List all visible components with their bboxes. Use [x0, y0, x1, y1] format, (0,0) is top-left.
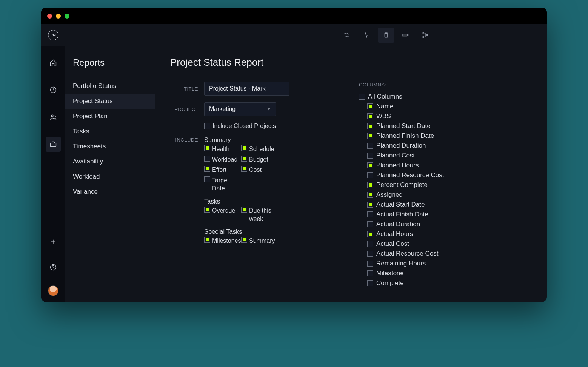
battery-icon[interactable] [397, 28, 414, 43]
include-option-summary[interactable]: Summary [241, 237, 277, 245]
column-label: Assigned [376, 191, 403, 199]
window-maximize-button[interactable] [65, 14, 69, 19]
chevron-down-icon: ▼ [267, 107, 271, 111]
include-option-due-this-week[interactable]: Due this week [241, 207, 277, 223]
checkbox-icon [367, 192, 373, 198]
include-option-budget[interactable]: Budget [241, 156, 277, 164]
include-option-label: Due this week [249, 207, 277, 223]
include-option-label: Budget [249, 156, 268, 164]
column-planned-hours[interactable]: Planned Hours [359, 162, 444, 169]
add-icon[interactable] [46, 234, 61, 249]
include-option-cost[interactable]: Cost [241, 166, 277, 174]
column-actual-finish-date[interactable]: Actual Finish Date [359, 211, 444, 218]
clock-icon[interactable] [46, 82, 61, 97]
checkbox-icon [367, 280, 373, 286]
column-actual-cost[interactable]: Actual Cost [359, 240, 444, 248]
tree-icon[interactable] [417, 28, 434, 43]
briefcase-icon[interactable] [46, 137, 61, 152]
column-actual-duration[interactable]: Actual Duration [359, 221, 444, 228]
include-option-schedule[interactable]: Schedule [241, 145, 277, 153]
include-closed-checkbox[interactable]: Include Closed Projects [204, 123, 276, 130]
main-content: Project Status Report TITLE: PROJECT: Ma… [155, 46, 547, 302]
report-title-input[interactable] [204, 82, 289, 96]
column-label: Planned Start Date [376, 122, 431, 130]
include-label: INCLUDE: [170, 136, 200, 143]
project-select[interactable]: Marketing ▼ [204, 102, 276, 116]
column-label: All Columns [368, 93, 402, 100]
checkbox-icon [367, 241, 373, 247]
column-planned-resource-cost[interactable]: Planned Resource Cost [359, 171, 444, 179]
column-planned-start-date[interactable]: Planned Start Date [359, 122, 444, 130]
column-label: Planned Finish Date [376, 132, 434, 140]
sidebar-item-workload[interactable]: Workload [65, 169, 155, 184]
column-label: Percent Complete [376, 181, 428, 189]
column-assigned[interactable]: Assigned [359, 191, 444, 199]
brand: PM [41, 30, 65, 40]
include-option-label: Workload [212, 156, 237, 164]
column-label: Complete [376, 279, 404, 287]
column-planned-cost[interactable]: Planned Cost [359, 152, 444, 159]
svg-rect-3 [402, 34, 407, 36]
sidebar-item-variance[interactable]: Variance [65, 184, 155, 199]
clipboard-icon[interactable] [378, 28, 394, 43]
page-title: Project Status Report [170, 57, 532, 68]
sidebar-item-tasks[interactable]: Tasks [65, 124, 155, 139]
include-option-label: Schedule [249, 145, 274, 153]
column-percent-complete[interactable]: Percent Complete [359, 181, 444, 189]
user-avatar[interactable] [48, 285, 58, 296]
help-icon[interactable] [46, 260, 61, 275]
team-icon[interactable] [46, 109, 61, 125]
project-select-value: Marketing [209, 106, 236, 113]
column-remaining-hours[interactable]: Remaining Hours [359, 260, 444, 267]
checkbox-icon [204, 207, 210, 213]
include-option-target-date[interactable]: Target Date [204, 176, 240, 193]
column-label: Planned Cost [376, 152, 415, 159]
column-name[interactable]: Name [359, 103, 444, 110]
checkbox-icon [367, 231, 373, 237]
column-planned-duration[interactable]: Planned Duration [359, 142, 444, 150]
include-special-head: Special Tasks: [204, 228, 321, 235]
column-complete[interactable]: Complete [359, 279, 444, 287]
include-option-effort[interactable]: Effort [204, 166, 240, 174]
window-close-button[interactable] [47, 14, 52, 19]
sidebar-item-project-plan[interactable]: Project Plan [65, 109, 155, 124]
checkbox-icon [367, 261, 373, 267]
column-actual-hours[interactable]: Actual Hours [359, 230, 444, 238]
checkbox-icon [367, 143, 373, 149]
include-option-label: Milestones [212, 237, 241, 245]
checkbox-icon [204, 166, 210, 172]
column-all-columns[interactable]: All Columns [359, 93, 444, 100]
column-label: Milestone [376, 270, 404, 277]
svg-rect-11 [51, 143, 56, 147]
include-option-milestones[interactable]: Milestones [204, 237, 240, 245]
app-window: PM [41, 8, 547, 302]
column-label: Planned Hours [376, 162, 419, 169]
column-actual-resource-cost[interactable]: Actual Resource Cost [359, 250, 444, 258]
reports-title: Reports [65, 57, 155, 79]
sidebar-item-availability[interactable]: Availability [65, 154, 155, 169]
svg-rect-6 [423, 36, 424, 37]
checkbox-icon [367, 270, 373, 276]
column-planned-finish-date[interactable]: Planned Finish Date [359, 132, 444, 140]
include-summary-grid: HealthScheduleWorkloadBudgetEffortCostTa… [204, 145, 321, 193]
svg-point-0 [345, 33, 348, 36]
sidebar-item-project-status[interactable]: Project Status [65, 94, 155, 109]
top-toolbar: PM [41, 24, 547, 46]
column-actual-start-date[interactable]: Actual Start Date [359, 201, 444, 208]
brand-logo[interactable]: PM [48, 30, 58, 40]
home-icon[interactable] [46, 55, 61, 70]
column-milestone[interactable]: Milestone [359, 270, 444, 277]
include-option-workload[interactable]: Workload [204, 156, 240, 164]
column-label: Actual Cost [376, 240, 409, 248]
include-option-overdue[interactable]: Overdue [204, 207, 240, 223]
checkbox-icon [367, 162, 373, 168]
include-option-label: Target Date [212, 176, 240, 193]
column-wbs[interactable]: WBS [359, 113, 444, 120]
include-summary-head: Summary [204, 136, 321, 143]
window-minimize-button[interactable] [56, 14, 61, 19]
include-option-health[interactable]: Health [204, 145, 240, 153]
sidebar-item-timesheets[interactable]: Timesheets [65, 139, 155, 154]
activity-icon[interactable] [358, 28, 375, 43]
sidebar-item-portfolio-status[interactable]: Portfolio Status [65, 79, 155, 94]
search-icon[interactable] [339, 28, 355, 43]
